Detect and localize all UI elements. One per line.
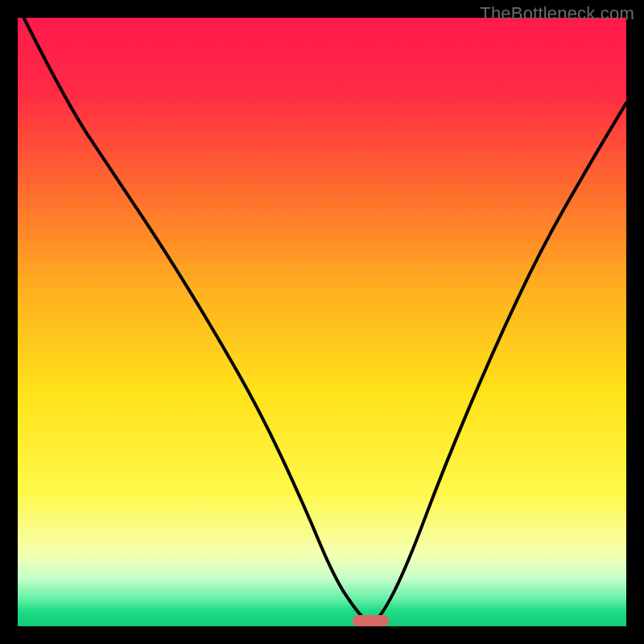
bottleneck-chart (0, 0, 644, 644)
sweet-spot-marker (353, 615, 389, 626)
watermark-text: TheBottleneck.com (480, 3, 634, 24)
heat-gradient (18, 18, 626, 626)
chart-container: TheBottleneck.com (0, 0, 644, 644)
